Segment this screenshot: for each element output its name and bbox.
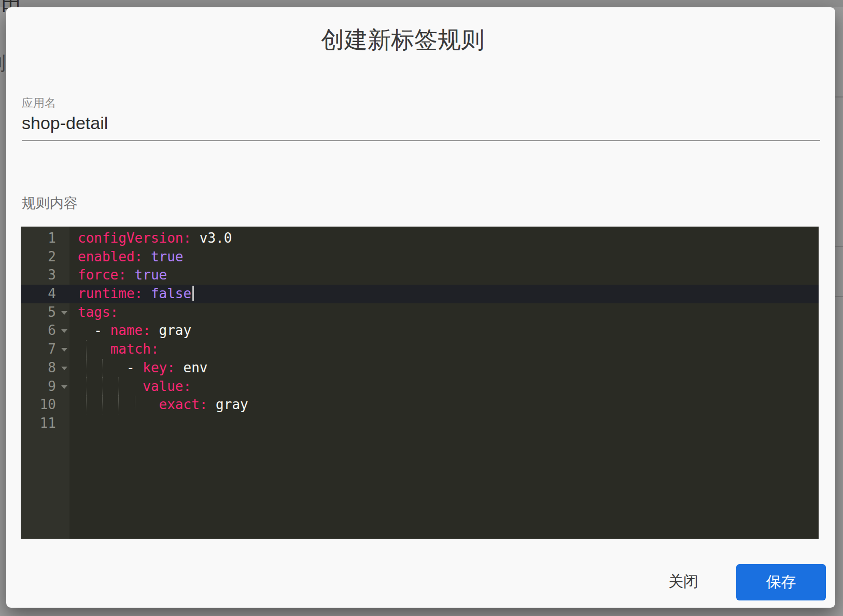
line-number: 11 bbox=[21, 414, 69, 433]
code-line-text[interactable]: value: bbox=[69, 377, 819, 396]
code-line[interactable]: 4runtime: false bbox=[21, 285, 819, 303]
indent-guide bbox=[118, 377, 119, 396]
code-line[interactable]: 6 - name: gray bbox=[21, 321, 819, 340]
background-fragment-left: 则 bbox=[0, 51, 6, 76]
fold-arrow-icon[interactable] bbox=[61, 348, 67, 352]
code-line[interactable]: 11 bbox=[21, 414, 819, 433]
line-number: 3 bbox=[21, 266, 69, 285]
code-line[interactable]: 5tags: bbox=[21, 303, 819, 322]
code-line-text[interactable]: force: true bbox=[69, 266, 819, 285]
indent-guide bbox=[102, 359, 103, 377]
token-key: key: bbox=[143, 360, 175, 375]
code-line-text[interactable]: tags: bbox=[69, 303, 819, 322]
line-number: 8 bbox=[21, 359, 69, 377]
indent-guide bbox=[102, 377, 103, 396]
code-editor[interactable]: 1configVersion: v3.02enabled: true3force… bbox=[21, 227, 819, 539]
code-line[interactable]: 8 - key: env bbox=[21, 359, 819, 377]
background-table-line bbox=[835, 246, 843, 247]
fold-arrow-icon[interactable] bbox=[61, 385, 67, 389]
indent-guide bbox=[118, 396, 119, 414]
token-plain: - bbox=[78, 323, 110, 338]
token-key: runtime: bbox=[78, 286, 143, 301]
token-key: match: bbox=[110, 341, 159, 357]
token-plain bbox=[78, 379, 143, 394]
line-number: 6 bbox=[21, 321, 69, 340]
token-bool: false bbox=[143, 286, 191, 301]
background-top-bar bbox=[0, 0, 843, 7]
indent-guide bbox=[86, 340, 87, 359]
editor-rows: 1configVersion: v3.02enabled: true3force… bbox=[21, 229, 819, 433]
code-line[interactable]: 1configVersion: v3.0 bbox=[21, 229, 819, 248]
code-line-text[interactable]: runtime: false bbox=[69, 285, 819, 303]
line-number: 7 bbox=[21, 340, 69, 359]
close-button[interactable]: 关闭 bbox=[657, 567, 709, 596]
token-key: name: bbox=[110, 323, 151, 338]
fold-arrow-icon[interactable] bbox=[61, 329, 67, 333]
line-number: 10 bbox=[21, 396, 69, 414]
line-number: 9 bbox=[21, 377, 69, 396]
line-number: 4 bbox=[21, 285, 69, 303]
token-key: exact: bbox=[159, 397, 208, 412]
fold-arrow-icon[interactable] bbox=[61, 311, 67, 315]
background-table-line bbox=[835, 296, 843, 297]
token-key: tags: bbox=[78, 304, 118, 320]
line-number: 5 bbox=[21, 303, 69, 322]
indent-guide bbox=[86, 396, 87, 414]
code-line-text[interactable] bbox=[69, 414, 819, 433]
token-bool: true bbox=[127, 267, 167, 283]
code-line-text[interactable]: configVersion: v3.0 bbox=[69, 229, 819, 248]
code-line-text[interactable]: - key: env bbox=[69, 359, 819, 377]
code-line-text[interactable]: exact: gray bbox=[69, 396, 819, 414]
token-key: configVersion: bbox=[78, 230, 191, 246]
create-tag-rule-dialog: 创建新标签规则 应用名 shop-detail 规则内容 1configVers… bbox=[6, 7, 835, 608]
app-name-underline bbox=[22, 140, 820, 141]
fold-arrow-icon[interactable] bbox=[61, 367, 67, 370]
token-bool: true bbox=[143, 249, 183, 264]
dialog-title: 创建新标签规则 bbox=[6, 26, 799, 54]
code-line-text[interactable]: match: bbox=[69, 340, 819, 359]
line-number: 1 bbox=[21, 229, 69, 248]
code-line[interactable]: 2enabled: true bbox=[21, 248, 819, 267]
line-number: 2 bbox=[21, 248, 69, 267]
app-name-field[interactable]: shop-detail bbox=[22, 113, 108, 133]
code-line-text[interactable]: enabled: true bbox=[69, 248, 819, 267]
background-table-line bbox=[835, 96, 843, 97]
token-plain: gray bbox=[151, 323, 191, 338]
indent-guide bbox=[135, 396, 135, 414]
token-plain: env bbox=[175, 360, 208, 375]
indent-guide bbox=[102, 396, 103, 414]
code-line[interactable]: 10 exact: gray bbox=[21, 396, 819, 414]
token-plain: gray bbox=[207, 397, 248, 412]
token-plain bbox=[78, 341, 110, 357]
code-line-text[interactable]: - name: gray bbox=[69, 321, 819, 340]
rule-content-label: 规则内容 bbox=[22, 194, 78, 213]
indent-guide bbox=[86, 359, 87, 377]
token-plain: v3.0 bbox=[191, 230, 232, 246]
token-key: force: bbox=[78, 267, 127, 283]
code-line[interactable]: 7 match: bbox=[21, 340, 819, 359]
code-line[interactable]: 3force: true bbox=[21, 266, 819, 285]
token-key: enabled: bbox=[78, 249, 143, 264]
token-plain: - bbox=[78, 360, 143, 375]
app-name-label: 应用名 bbox=[22, 95, 56, 111]
code-line[interactable]: 9 value: bbox=[21, 377, 819, 396]
token-key: value: bbox=[143, 379, 191, 394]
save-button[interactable]: 保存 bbox=[736, 564, 826, 600]
text-cursor bbox=[192, 286, 194, 301]
indent-guide bbox=[86, 377, 87, 396]
